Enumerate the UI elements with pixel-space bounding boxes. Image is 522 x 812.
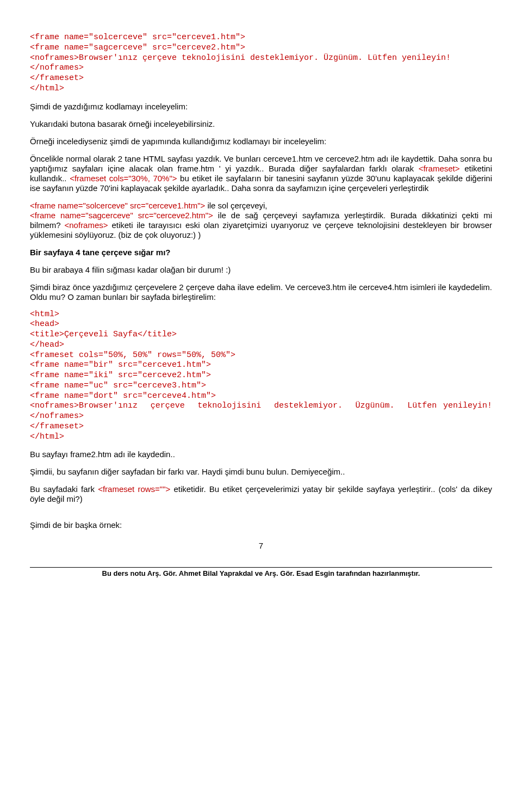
inline-code: <frameset rows=""> [98,484,170,494]
inline-code: <frame name="sagcerceve" src="cerceve2.h… [30,211,213,220]
inline-code: <frameset cols="30%, 70%"> [70,174,177,183]
paragraph: Şimdi biraz önce yazdığımız çerçevelere … [30,282,492,302]
paragraph: Şimdii, bu sayfanın diğer sayfadan bir f… [30,467,492,477]
paragraph: Şimdi de yazdığımız kodlamayı inceleyeli… [30,102,492,112]
paragraph: Örneği incelediyseniz şimdi de yapımında… [30,137,492,146]
code-block-middle: <html> <head> <title>Çerçeveli Sayfa</ti… [30,310,492,442]
inline-code: <frameset> [419,164,460,173]
paragraph: Bu sayfayı frame2.htm adı ile kaydedin.. [30,450,492,459]
paragraph: Yukarıdaki butona basarak örneği inceley… [30,119,492,129]
paragraph: Bu bir arabaya 4 filin sığması kadar ola… [30,265,492,275]
text-span: ile sol çerçeveyi, [205,201,267,210]
paragraph-with-code: Öncelikle normal olarak 2 tane HTML sayf… [30,154,492,193]
paragraph-with-code: <frame name="solcerceve" src="cerceve1.h… [30,201,492,240]
inline-code: <noframes> [65,220,108,230]
footer-credit: Bu ders notu Arş. Gör. Ahmet Bilal Yapra… [30,567,492,578]
section-heading: Bir sayfaya 4 tane çerçeve sığar mı? [30,248,492,257]
code-block-top: <frame name="solcerceve" src="cerceve1.h… [30,33,492,94]
paragraph-with-code: Bu sayfadaki fark <frameset rows=""> eti… [30,484,492,504]
paragraph: Şimdi de bir başka örnek: [30,520,492,530]
inline-code: <frame name="solcerceve" src="cerceve1.h… [30,201,205,210]
page-number: 7 [30,541,492,551]
text-span: Bu sayfadaki fark [30,484,98,494]
